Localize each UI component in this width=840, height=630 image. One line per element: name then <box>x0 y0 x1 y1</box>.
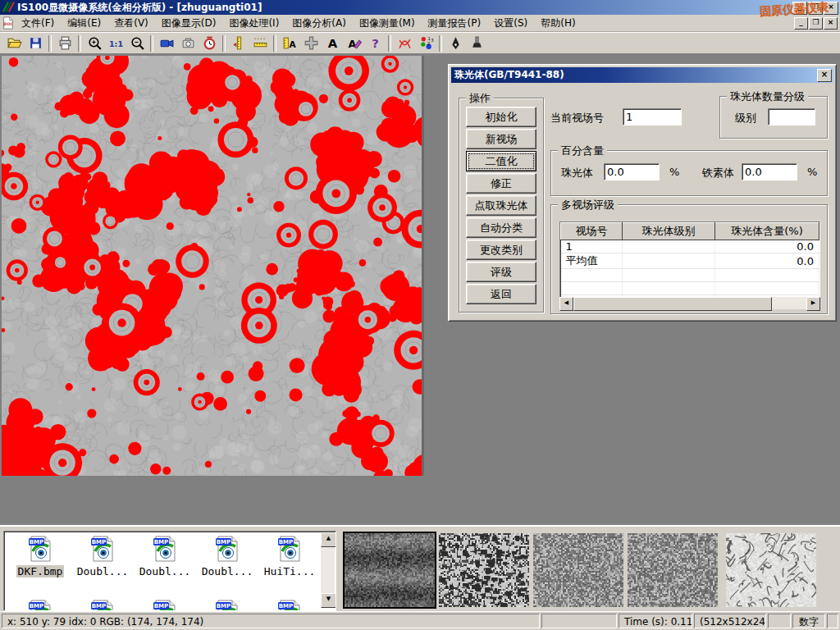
help-icon[interactable]: ? <box>364 34 386 52</box>
thumbnail-5[interactable] <box>726 533 816 607</box>
file-name: Doubl... <box>138 565 193 578</box>
op-button-6[interactable]: 自动分类 <box>466 217 536 238</box>
dialog-titlebar[interactable]: 珠光体(GB/T9441-88) × <box>451 67 833 83</box>
table-hscrollbar[interactable]: ◀ ▶ <box>559 297 820 309</box>
menu-item-help[interactable]: 帮助(H) <box>534 15 582 32</box>
svg-text:BMP: BMP <box>30 603 43 609</box>
file-item-partial[interactable]: BMP <box>260 599 319 611</box>
merge-icon[interactable] <box>300 34 322 52</box>
scroll-thumb[interactable] <box>573 297 772 311</box>
multifield-group-label: 多视场评级 <box>558 198 618 212</box>
op-button-5[interactable]: 点取珠光体 <box>466 195 536 216</box>
file-name: Doubl... <box>200 565 255 578</box>
op-button-8[interactable]: 评级 <box>466 262 536 282</box>
open-file-icon[interactable] <box>3 34 25 52</box>
pen-icon[interactable] <box>445 34 466 52</box>
ferrite-percent-input[interactable] <box>742 163 797 180</box>
statusbar: x: 510 y: 79 idx: 0 RGB: (174, 174, 174)… <box>0 611 840 630</box>
mdi-close-icon[interactable]: × <box>824 17 838 30</box>
micrograph-image[interactable] <box>2 56 422 476</box>
op-button-2[interactable]: 新视场 <box>466 129 536 149</box>
thumbnail-4[interactable] <box>628 533 718 607</box>
table-header-4[interactable]: 铁素体 <box>819 223 821 240</box>
file-item-partial[interactable]: BMP <box>73 599 132 611</box>
table-row[interactable]: 平均值0.0 <box>561 253 821 269</box>
menu-item-measure-report[interactable]: 测量报告(P) <box>422 15 488 32</box>
svg-text:3: 3 <box>431 38 433 43</box>
op-button-4[interactable]: 修正 <box>466 173 536 194</box>
op-button-7[interactable]: 更改类别 <box>466 240 536 260</box>
svg-text:1:1: 1:1 <box>108 39 122 48</box>
op-button-9[interactable]: 返回 <box>466 284 536 304</box>
menu-item-settings[interactable]: 设置(S) <box>487 15 534 32</box>
file-item[interactable]: BMPDKF.bmp <box>11 535 70 578</box>
timer-icon[interactable] <box>199 34 220 52</box>
menu-item-file[interactable]: 文件(F) <box>15 15 61 32</box>
ruler-icon[interactable] <box>249 34 271 52</box>
level-input[interactable] <box>768 108 815 126</box>
bmp-file-icon: BMP <box>26 554 54 565</box>
menu-item-view[interactable]: 查看(V) <box>107 15 155 32</box>
titlebar: IS100显微摄像系统(金相分析版) - [zhuguangti01] _ ❐ … <box>0 0 840 15</box>
file-item-partial[interactable]: BMP <box>198 599 257 611</box>
document-icon[interactable]: DOC <box>2 16 15 30</box>
scroll-up-icon[interactable]: ▲ <box>321 532 336 547</box>
caliper-icon[interactable] <box>228 34 249 52</box>
curve-tool-icon[interactable] <box>394 34 415 52</box>
svg-text:?: ? <box>372 36 379 50</box>
current-field-input[interactable] <box>623 108 682 126</box>
menu-item-image-process[interactable]: 图像处理(I) <box>222 15 285 32</box>
file-item[interactable]: BMPDoubl... <box>198 535 257 578</box>
dialog-close-icon[interactable]: × <box>817 69 832 82</box>
scroll-right-icon[interactable]: ▶ <box>806 297 820 311</box>
count-points-icon[interactable]: 123 <box>415 34 436 52</box>
op-button-1[interactable]: 初始化 <box>466 107 536 127</box>
operation-group: 操作 初始化新视场二值化修正点取珠光体自动分类更改类别评级返回 <box>459 98 544 313</box>
video-camera-icon[interactable] <box>156 34 177 52</box>
percent-group-label: 百分含量 <box>558 144 607 158</box>
table-row[interactable]: 10.0 <box>561 240 821 253</box>
table-header-1[interactable]: 视场号 <box>561 223 623 240</box>
capture-icon[interactable] <box>177 34 199 52</box>
print-icon[interactable] <box>54 34 75 52</box>
rating-table[interactable]: 视场号珠光体级别珠光体含量(%)铁素体10.0平均值0.0 <box>559 221 820 308</box>
thumbnail-2[interactable] <box>439 533 529 607</box>
scroll-down-icon[interactable]: ▼ <box>321 593 336 608</box>
op-button-3[interactable]: 二值化 <box>466 151 536 171</box>
zoom-out-icon[interactable] <box>126 34 148 52</box>
brush-icon[interactable] <box>466 34 487 52</box>
file-item[interactable]: BMPHuiTi... <box>260 535 319 578</box>
text-style-icon[interactable]: A <box>343 34 364 52</box>
file-item-partial[interactable]: BMP <box>135 599 194 611</box>
file-item-partial[interactable]: BMP <box>11 599 70 611</box>
mdi-restore-icon[interactable]: ❐ <box>809 17 823 30</box>
ferrite-label: 铁素体 <box>702 166 734 180</box>
table-row[interactable] <box>561 282 821 295</box>
file-list-vscrollbar[interactable]: ▲ ▼ <box>321 532 335 608</box>
table-header-3[interactable]: 珠光体含量(%) <box>715 223 819 240</box>
toolbar-separator <box>388 35 391 52</box>
measure-label-icon[interactable]: A <box>279 34 300 52</box>
pearlite-percent-input[interactable] <box>604 163 660 180</box>
svg-text:BMP: BMP <box>154 603 168 609</box>
menu-item-image-display[interactable]: 图像显示(D) <box>155 15 223 32</box>
svg-text:BMP: BMP <box>92 603 106 609</box>
thumbnail-1[interactable] <box>345 533 435 607</box>
ferrite-unit: % <box>807 166 817 178</box>
menu-item-image-analysis[interactable]: 图像分析(A) <box>285 15 353 32</box>
save-icon[interactable] <box>25 34 46 52</box>
mdi-minimize-icon[interactable]: _ <box>794 17 808 30</box>
text-icon[interactable]: A <box>322 34 343 52</box>
file-item[interactable]: BMPDoubl... <box>73 535 132 578</box>
actual-size-icon[interactable]: 1:1 <box>105 34 126 52</box>
file-item[interactable]: BMPDoubl... <box>135 535 194 578</box>
menu-item-image-measure[interactable]: 图像测量(M) <box>353 15 422 32</box>
bottom-panel: ▲ ▼ BMPDKF.bmpBMPDoubl...BMPDoubl...BMPD… <box>0 525 840 613</box>
zoom-in-icon[interactable] <box>84 34 105 52</box>
scroll-left-icon[interactable]: ◀ <box>559 297 573 311</box>
table-row[interactable] <box>561 269 821 282</box>
menu-item-edit[interactable]: 编辑(E) <box>61 15 107 32</box>
thumbnail-3[interactable] <box>533 533 623 607</box>
table-header-2[interactable]: 珠光体级别 <box>623 223 715 240</box>
window-title: IS100显微摄像系统(金相分析版) - [zhuguangti01] <box>17 1 262 15</box>
